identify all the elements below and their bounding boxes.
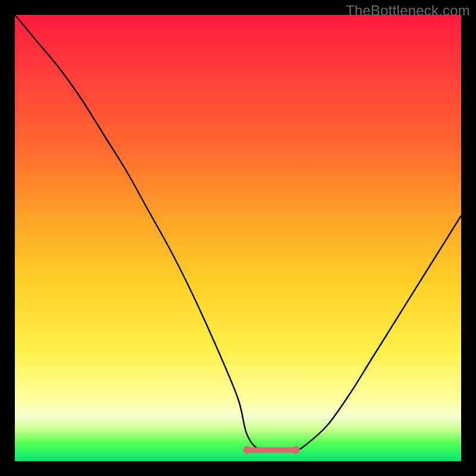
watermark-text: TheBottleneck.com	[346, 2, 470, 19]
chart-series-group	[15, 15, 461, 454]
chart-frame: TheBottleneck.com	[0, 0, 476, 476]
plot-area	[15, 15, 461, 461]
marker-flat-end	[292, 446, 300, 454]
marker-flat-start	[243, 446, 251, 454]
series-curve	[15, 15, 461, 451]
chart-svg	[15, 15, 461, 461]
